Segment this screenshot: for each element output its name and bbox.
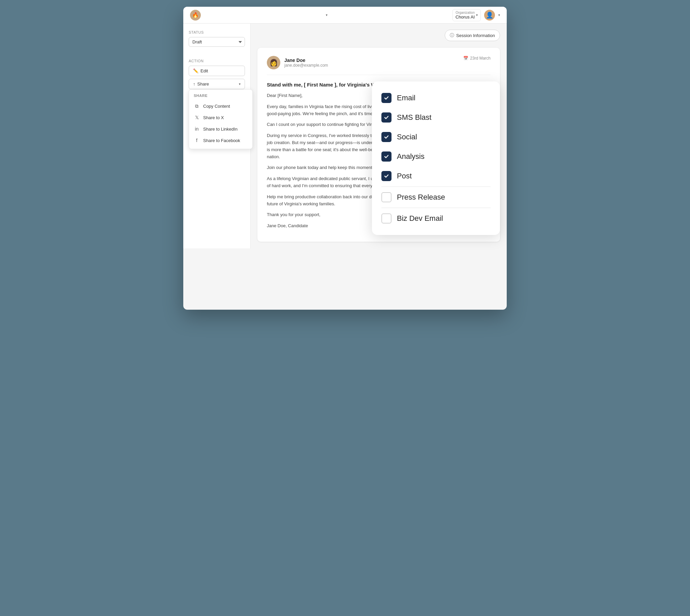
- status-label: Status: [189, 30, 245, 34]
- info-icon: ⓘ: [450, 32, 454, 38]
- share-facebook-item[interactable]: f Share to Facebook: [189, 135, 252, 146]
- press-release-label: Press Release: [397, 193, 445, 202]
- status-select[interactable]: Draft Published Archived: [189, 37, 245, 47]
- status-section: Status Draft Published Archived: [189, 30, 245, 53]
- analysis-label: Analysis: [397, 152, 424, 161]
- user-chevron-icon: ▾: [498, 13, 500, 17]
- email-checkbox[interactable]: [381, 93, 392, 103]
- press-release-checkbox[interactable]: [381, 192, 392, 202]
- share-icon: ↑: [193, 82, 195, 87]
- sms-label: SMS Blast: [397, 113, 432, 122]
- checklist-item-sms: SMS Blast: [381, 108, 490, 127]
- session-info-label: Session Information: [456, 33, 495, 38]
- date-value: 23rd March: [470, 56, 490, 61]
- checklist-divider-2: [381, 208, 490, 208]
- sender-avatar: 👩: [267, 56, 280, 69]
- share-dropdown: SHARE ⧉ Copy Content 𝕏 Share to X in Sha…: [189, 89, 253, 149]
- org-chevron-icon: ▾: [476, 13, 478, 17]
- share-linkedin-label: Share to LinkedIn: [203, 127, 237, 132]
- content-area: ⓘ Session Information 👩 Jane Doe jane.do…: [251, 24, 507, 248]
- linkedin-icon: in: [194, 126, 200, 132]
- checklist-item-biz-dev: Biz Dev Email: [381, 209, 490, 228]
- sidebar: Status Draft Published Archived Action ✏…: [183, 24, 251, 248]
- share-x-label: Share to X: [203, 115, 224, 120]
- email-label: Email: [397, 93, 415, 102]
- action-section: Action ✏️ Edit ↑ Share ▾: [189, 59, 245, 89]
- social-checkbox[interactable]: [381, 132, 392, 142]
- checklist-item-social: Social: [381, 127, 490, 147]
- email-sender: 👩 Jane Doe jane.doe@example.com: [267, 56, 328, 69]
- session-info-button[interactable]: ⓘ Session Information: [445, 30, 500, 41]
- checklist-item-press-release: Press Release: [381, 188, 490, 207]
- app-window: 🔥 ▾ Organization Chorus AI ▾ 👤 ▾ Status: [183, 7, 507, 310]
- share-linkedin-item[interactable]: in Share to LinkedIn: [189, 123, 252, 135]
- checklist-item-post: Post: [381, 166, 490, 186]
- social-label: Social: [397, 133, 417, 141]
- copy-content-label: Copy Content: [203, 104, 230, 109]
- org-selector-btn[interactable]: Organization Chorus AI ▾: [453, 9, 481, 21]
- checklist-item-email: Email: [381, 88, 490, 108]
- email-header: 👩 Jane Doe jane.doe@example.com 📅 23rd M…: [267, 56, 490, 75]
- checklist-item-analysis: Analysis: [381, 147, 490, 166]
- post-label: Post: [397, 172, 412, 180]
- sender-email-address: jane.doe@example.com: [284, 63, 328, 68]
- edit-label: Edit: [201, 68, 208, 73]
- share-facebook-label: Share to Facebook: [203, 138, 240, 143]
- x-icon: 𝕏: [194, 114, 200, 120]
- org-name: Chorus AI: [456, 15, 475, 20]
- nav-center: ▾: [326, 13, 328, 17]
- biz-dev-checkbox[interactable]: [381, 214, 392, 223]
- analysis-checkbox[interactable]: [381, 152, 392, 161]
- share-label: Share: [197, 82, 209, 87]
- nav-chevron: ▾: [326, 13, 328, 17]
- share-dropdown-header: SHARE: [189, 92, 252, 100]
- sender-info: Jane Doe jane.doe@example.com: [284, 58, 328, 68]
- org-label: Organization: [456, 11, 475, 15]
- copy-icon: ⧉: [194, 103, 200, 109]
- edit-button[interactable]: ✏️ Edit: [189, 66, 245, 76]
- post-checkbox[interactable]: [381, 171, 392, 181]
- checklist-popup: Email SMS Blast So: [372, 82, 500, 235]
- email-date: 📅 23rd March: [463, 56, 490, 61]
- share-button[interactable]: ↑ Share ▾: [189, 79, 245, 89]
- sms-checkbox[interactable]: [381, 112, 392, 123]
- sender-name: Jane Doe: [284, 58, 328, 63]
- org-selector: Organization Chorus AI: [456, 11, 475, 20]
- top-nav: 🔥 ▾ Organization Chorus AI ▾ 👤 ▾: [183, 7, 507, 24]
- copy-content-item[interactable]: ⧉ Copy Content: [189, 100, 252, 112]
- action-label: Action: [189, 59, 245, 63]
- user-avatar[interactable]: 👤: [484, 10, 495, 21]
- edit-icon: ✏️: [193, 68, 198, 73]
- biz-dev-label: Biz Dev Email: [397, 214, 443, 223]
- checklist-divider-1: [381, 186, 490, 187]
- main-layout: Status Draft Published Archived Action ✏…: [183, 24, 507, 248]
- nav-right: Organization Chorus AI ▾ 👤 ▾: [453, 9, 500, 21]
- app-logo: 🔥: [190, 10, 201, 21]
- calendar-icon: 📅: [463, 56, 468, 61]
- share-chevron-icon: ▾: [239, 82, 241, 86]
- share-x-item[interactable]: 𝕏 Share to X: [189, 112, 252, 123]
- facebook-icon: f: [194, 137, 200, 144]
